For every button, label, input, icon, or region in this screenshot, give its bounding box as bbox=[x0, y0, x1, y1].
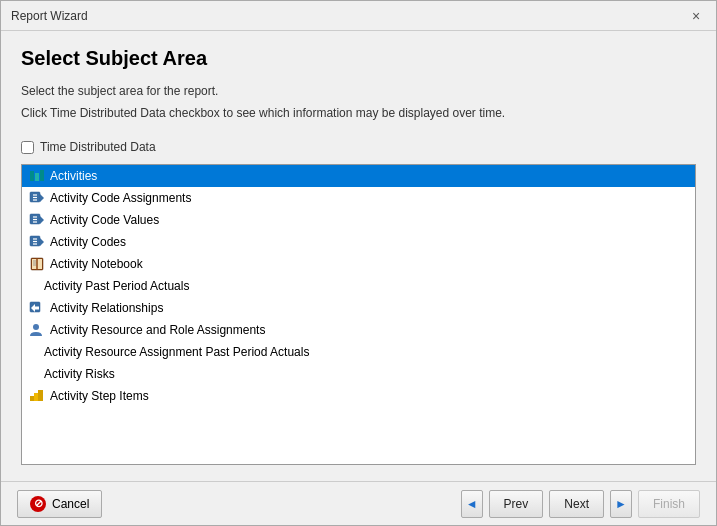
list-item-label: Activity Notebook bbox=[50, 257, 143, 271]
list-item[interactable]: Activity Notebook bbox=[22, 253, 695, 275]
prev-button[interactable]: Prev bbox=[489, 490, 544, 518]
list-item-label: Activity Risks bbox=[44, 367, 115, 381]
svg-point-26 bbox=[33, 324, 39, 330]
list-item-icon bbox=[28, 322, 46, 338]
subject-area-list[interactable]: ActivitiesActivity Code AssignmentsActiv… bbox=[21, 164, 696, 465]
cancel-label: Cancel bbox=[52, 497, 89, 511]
list-item-icon bbox=[28, 300, 46, 316]
footer-left: ⊘ Cancel bbox=[17, 490, 453, 518]
list-item-label: Activity Code Values bbox=[50, 213, 159, 227]
time-distributed-row: Time Distributed Data bbox=[21, 140, 696, 154]
list-item-label: Activity Resource and Role Assignments bbox=[50, 323, 265, 337]
list-item-icon bbox=[28, 190, 46, 206]
finish-button: Finish bbox=[638, 490, 700, 518]
time-distributed-label[interactable]: Time Distributed Data bbox=[40, 140, 156, 154]
list-item[interactable]: Activity Relationships bbox=[22, 297, 695, 319]
list-item-label: Activity Relationships bbox=[50, 301, 163, 315]
list-item[interactable]: Activity Code Assignments bbox=[22, 187, 695, 209]
list-item-label: Activity Step Items bbox=[50, 389, 149, 403]
list-item[interactable]: Activity Resource Assignment Past Period… bbox=[22, 341, 695, 363]
title-bar: Report Wizard × bbox=[1, 1, 716, 31]
list-item-label: Activities bbox=[50, 169, 97, 183]
list-item[interactable]: Activity Codes bbox=[22, 231, 695, 253]
dialog-title: Report Wizard bbox=[11, 9, 88, 23]
svg-marker-4 bbox=[40, 194, 44, 202]
list-item[interactable]: Activity Risks bbox=[22, 363, 695, 385]
svg-rect-1 bbox=[35, 173, 39, 181]
list-item-icon bbox=[28, 388, 46, 404]
svg-rect-2 bbox=[40, 170, 44, 181]
list-item[interactable]: Activities bbox=[22, 165, 695, 187]
svg-marker-14 bbox=[40, 238, 44, 246]
description-line1: Select the subject area for the report. bbox=[21, 82, 696, 100]
description-line2: Click Time Distributed Data checkbox to … bbox=[21, 104, 696, 122]
list-item-icon bbox=[28, 168, 46, 184]
next-label: Next bbox=[564, 497, 589, 511]
list-item[interactable]: Activity Past Period Actuals bbox=[22, 275, 695, 297]
next-button[interactable]: Next bbox=[549, 490, 604, 518]
list-item-label: Activity Code Assignments bbox=[50, 191, 191, 205]
content-area: Select Subject Area Select the subject a… bbox=[1, 31, 716, 481]
list-item[interactable]: Activity Resource and Role Assignments bbox=[22, 319, 695, 341]
svg-marker-9 bbox=[40, 216, 44, 224]
next-arrow-button[interactable]: ► bbox=[610, 490, 632, 518]
close-button[interactable]: × bbox=[686, 6, 706, 26]
list-item[interactable]: Activity Step Items bbox=[22, 385, 695, 407]
list-item-label: Activity Codes bbox=[50, 235, 126, 249]
list-item-icon bbox=[28, 212, 46, 228]
time-distributed-checkbox[interactable] bbox=[21, 141, 34, 154]
finish-label: Finish bbox=[653, 497, 685, 511]
page-title: Select Subject Area bbox=[21, 47, 696, 70]
cancel-icon: ⊘ bbox=[30, 496, 46, 512]
report-wizard-dialog: Report Wizard × Select Subject Area Sele… bbox=[0, 0, 717, 526]
footer-right: ◄ Prev Next ► Finish bbox=[461, 490, 700, 518]
list-item[interactable]: Activity Code Values bbox=[22, 209, 695, 231]
prev-arrow-button[interactable]: ◄ bbox=[461, 490, 483, 518]
footer: ⊘ Cancel ◄ Prev Next ► Finish bbox=[1, 481, 716, 525]
prev-label: Prev bbox=[504, 497, 529, 511]
cancel-button[interactable]: ⊘ Cancel bbox=[17, 490, 102, 518]
svg-rect-0 bbox=[30, 171, 34, 181]
svg-rect-29 bbox=[38, 390, 43, 401]
list-item-icon bbox=[28, 234, 46, 250]
list-item-icon bbox=[28, 256, 46, 272]
list-item-label: Activity Resource Assignment Past Period… bbox=[44, 345, 309, 359]
list-item-label: Activity Past Period Actuals bbox=[44, 279, 189, 293]
